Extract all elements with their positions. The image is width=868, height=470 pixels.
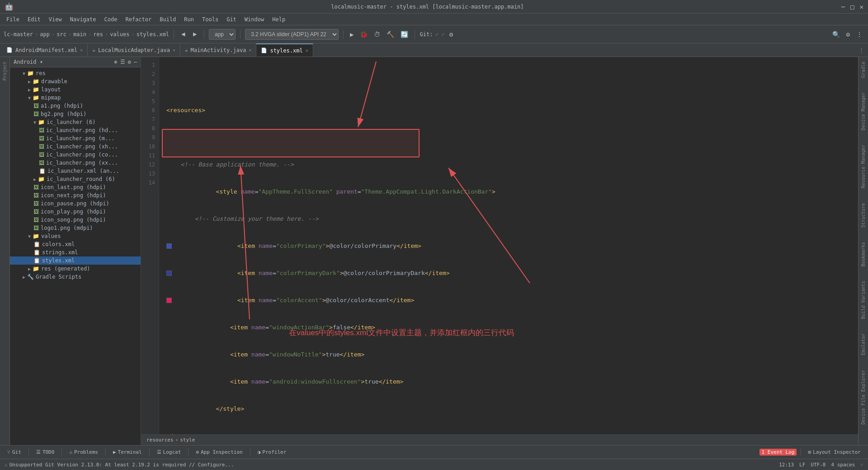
breadcrumb-main[interactable]: main (73, 31, 86, 38)
side-label-project[interactable]: Project (2, 60, 7, 82)
tab-close-manifest[interactable]: ✕ (80, 47, 83, 52)
tab-close-styles[interactable]: ✕ (306, 48, 308, 53)
tree-item-ic-launcher-co[interactable]: 🖼 ic_launcher.png (co... (10, 151, 141, 159)
menu-edit[interactable]: Edit (24, 15, 44, 24)
more-icon[interactable]: ⋮ (854, 30, 864, 39)
bottom-tab-app-inspection[interactable]: ⚙ App Inspection (192, 446, 246, 459)
bulb-icon-12[interactable]: 💡 (159, 404, 160, 413)
project-close-icon[interactable]: — (134, 59, 137, 65)
breadcrumb-root[interactable]: lc-master (4, 31, 33, 38)
back-button[interactable]: ◀ (179, 30, 188, 38)
tree-item-ic-launcher-round[interactable]: ▶ 📁 ic_launcher_round (6) (10, 175, 141, 183)
bottom-tab-todo[interactable]: ☰ TODO (33, 446, 58, 459)
menu-run[interactable]: Run (180, 15, 198, 24)
tree-item-gradle-scripts[interactable]: ▶ 🔧 Gradle Scripts (10, 273, 141, 281)
tab-mainactivity[interactable]: ☕ MainActivity.java ✕ (180, 43, 256, 57)
build-icon[interactable]: 🔨 (385, 30, 396, 39)
tree-item-bg2[interactable]: 🖼 bg2.png (hdpi) (10, 110, 141, 118)
tree-item-styles[interactable]: 📋 styles.xml (10, 256, 141, 265)
close-button[interactable]: ✕ (860, 3, 863, 10)
menu-build[interactable]: Build (156, 15, 179, 24)
breadcrumb-res[interactable]: res (93, 31, 103, 38)
menu-help[interactable]: Help (269, 15, 289, 24)
minimize-button[interactable]: ─ (841, 3, 845, 10)
side-label-device-manager[interactable]: Device Manager (861, 90, 866, 132)
maximize-button[interactable]: □ (850, 3, 854, 10)
bottom-tab-git[interactable]: ⑂ Git (4, 446, 25, 459)
side-label-device-file-explorer[interactable]: Device File Explorer (861, 368, 866, 426)
tree-item-values[interactable]: ▼ 📁 values (10, 232, 141, 240)
project-list-icon[interactable]: ☰ (120, 59, 125, 65)
tree-item-icon-last[interactable]: 🖼 icon_last.png (hdpi) (10, 183, 141, 191)
side-label-bookmarks[interactable]: Bookmarks (861, 240, 866, 268)
encoding[interactable]: UTF-8 (811, 462, 826, 468)
tree-item-ic-launcher[interactable]: ▼ 📁 ic_launcher (6) (10, 118, 141, 126)
git-more-icon[interactable]: ⚙ (448, 30, 455, 39)
sync-icon[interactable]: 🔄 (399, 30, 410, 39)
tab-close-main[interactable]: ✕ (249, 47, 251, 52)
tree-item-res-gen[interactable]: ▶ 📁 res (generated) (10, 265, 141, 273)
side-label-gradle[interactable]: Gradle (861, 60, 866, 80)
menu-code[interactable]: Code (101, 15, 121, 24)
tree-item-logo1[interactable]: 🖼 logo1.png (mdpi) (10, 224, 141, 232)
settings-icon[interactable]: ⚙ (844, 30, 852, 39)
side-label-build-variants[interactable]: Build Variants (861, 279, 866, 321)
tree-item-ic-launcher-hd[interactable]: 🖼 ic_launcher.png (hd... (10, 126, 141, 134)
menu-view[interactable]: View (45, 15, 66, 24)
tree-item-a1[interactable]: 🖼 a1.png (hdpi) (10, 102, 141, 110)
menu-refactor[interactable]: Refactor (122, 15, 155, 24)
tree-item-colors[interactable]: 📋 colors.xml (10, 240, 141, 248)
tree-item-res[interactable]: ▼ 📁 res (10, 69, 141, 77)
project-header-actions: ⊕ ☰ ⚙ — (114, 59, 137, 65)
tab-localmusicadapter[interactable]: ☕ LocalMusicAdapter.java ✕ (88, 43, 180, 57)
menu-git[interactable]: Git (223, 15, 240, 24)
profile-icon[interactable]: ⏱ (372, 30, 382, 39)
forward-button[interactable]: ▶ (190, 30, 199, 38)
tab-androidmanifest[interactable]: 📄 AndroidManifest.xml ✕ (2, 43, 88, 57)
device-selector[interactable]: 3.2 HVGA slider (ADP1) API 22 (245, 29, 339, 40)
tree-item-icon-pause[interactable]: 🖼 icon_pause.png (hdpi) (10, 199, 141, 208)
run-icon[interactable]: ▶ (348, 30, 355, 39)
tab-close-adapter[interactable]: ✕ (173, 47, 175, 52)
tree-item-ic-launcher-xh[interactable]: 🖼 ic_launcher.png (xh... (10, 142, 141, 151)
side-label-resource-manager[interactable]: Resource Manager (861, 143, 866, 190)
tree-item-drawable[interactable]: ▶ 📁 drawable (10, 77, 141, 85)
tree-item-mipmap[interactable]: ▼ 📁 mipmap (10, 94, 141, 102)
project-sync-icon[interactable]: ⊕ (114, 59, 117, 65)
event-log-badge[interactable]: 1 Event Log (760, 449, 797, 456)
tab-overflow[interactable] (313, 43, 855, 57)
search-icon[interactable]: 🔍 (830, 30, 842, 39)
menu-window[interactable]: Window (241, 15, 268, 24)
bottom-tab-profiler[interactable]: ◑ Profiler (254, 446, 290, 459)
tree-item-layout[interactable]: ▶ 📁 layout (10, 85, 141, 94)
side-label-emulator[interactable]: Emulator (861, 332, 866, 357)
indent-setting[interactable]: 4 spaces (831, 462, 855, 468)
tab-more-button[interactable]: ⋮ (855, 43, 868, 57)
bottom-tab-logcat[interactable]: ☰ Logcat (153, 446, 185, 459)
code-editor[interactable]: 1 2 3 4 5 6 7 8 9 10 11 12 13 14 <resour… (141, 57, 858, 434)
line-ending[interactable]: LF (799, 462, 805, 468)
side-label-structure[interactable]: Structure (861, 201, 866, 229)
breadcrumb-app[interactable]: app (40, 31, 50, 38)
menu-file[interactable]: File (3, 15, 23, 24)
tree-item-icon-next[interactable]: 🖼 icon_next.png (hdpi) (10, 191, 141, 199)
tree-item-ic-launcher-m[interactable]: 🖼 ic_launcher.png (m... (10, 134, 141, 142)
tree-item-icon-play[interactable]: 🖼 icon_play.png (hdpi) (10, 208, 141, 216)
debug-icon[interactable]: 🐞 (358, 30, 369, 39)
menu-tools[interactable]: Tools (198, 15, 222, 24)
menu-navigate[interactable]: Navigate (66, 15, 100, 24)
bottom-tab-problems[interactable]: ⚠ Problems (66, 446, 102, 459)
bottom-tab-terminal[interactable]: ▶ Terminal (109, 446, 146, 459)
tab-styles[interactable]: 📄 styles.xml ✕ (256, 43, 313, 57)
app-selector[interactable]: app (209, 29, 236, 40)
bottom-tab-layout-inspector[interactable]: ⊞ Layout Inspector (804, 446, 864, 459)
breadcrumb-values[interactable]: values (110, 31, 129, 38)
code-content[interactable]: <resources> <!-- Base application theme.… (159, 57, 858, 434)
tree-item-ic-launcher-xml[interactable]: 📋 ic_launcher.xml (an... (10, 167, 141, 175)
tree-item-icon-song[interactable]: 🖼 icon_song.png (hdpi) (10, 216, 141, 224)
project-settings-icon[interactable]: ⚙ (128, 59, 131, 65)
breadcrumb-src[interactable]: src (57, 31, 66, 38)
tree-item-strings[interactable]: 📋 strings.xml (10, 248, 141, 256)
tree-item-ic-launcher-xx[interactable]: 🖼 ic_launcher.png (xx... (10, 159, 141, 167)
breadcrumb-file[interactable]: styles.xml (137, 31, 169, 38)
